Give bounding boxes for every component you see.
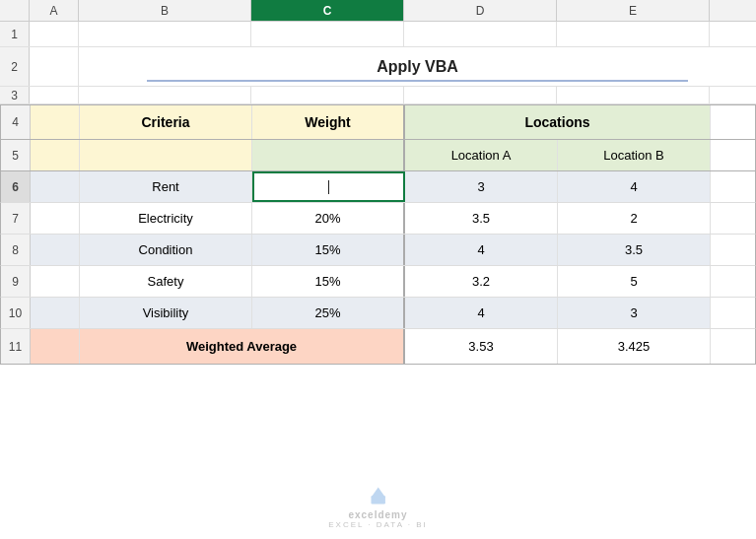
- cell-a7[interactable]: [31, 203, 80, 234]
- cell-b9-safety[interactable]: Safety: [80, 266, 252, 297]
- cell-b8-condition[interactable]: Condition: [80, 235, 252, 265]
- cell-e11-weighted-avg-locb[interactable]: 3.425: [558, 329, 711, 364]
- cell-b6-rent[interactable]: Rent: [80, 171, 252, 202]
- watermark-logo-icon: [366, 484, 389, 507]
- cell-b5[interactable]: [80, 140, 252, 170]
- row-num-7: 7: [1, 203, 31, 234]
- cell-d10-visibility-loca[interactable]: 4: [405, 298, 558, 328]
- column-headers: A B C D E: [0, 0, 756, 22]
- row-8-condition: 8 Condition 15% 4 3.5: [0, 235, 756, 266]
- row-num-11: 11: [1, 329, 31, 364]
- cell-a9[interactable]: [31, 266, 80, 297]
- locations-header: Locations: [405, 105, 711, 139]
- cell-b1[interactable]: [79, 22, 251, 46]
- cell-e3[interactable]: [557, 87, 710, 103]
- cell-d8-condition-loca[interactable]: 4: [405, 235, 558, 265]
- cell-b7-electricity[interactable]: Electricity: [80, 203, 252, 234]
- cell-c1[interactable]: [251, 22, 404, 46]
- row-10-visibility: 10 Visibility 25% 4 3: [0, 298, 756, 329]
- cell-d9-safety-loca[interactable]: 3.2: [405, 266, 558, 297]
- row-2: 2 Apply VBA: [0, 47, 756, 87]
- cell-d1[interactable]: [404, 22, 557, 46]
- row-num-3: 3: [0, 87, 30, 103]
- cell-d7-electricity-loca[interactable]: 3.5: [405, 203, 558, 234]
- corner-cell: [0, 0, 30, 21]
- cell-b11-c11-weighted-avg-label: Weighted Average: [80, 329, 405, 364]
- criteria-header: Criteria: [80, 105, 252, 139]
- row-3: 3: [0, 87, 756, 104]
- cell-a4[interactable]: [31, 105, 80, 139]
- cell-e6-rent-locb[interactable]: 4: [558, 171, 711, 202]
- cell-a8[interactable]: [31, 235, 80, 265]
- grid-body: 1 2 Apply VBA 3 4: [0, 22, 756, 539]
- cell-c7-electricity-weight[interactable]: 20%: [252, 203, 405, 234]
- row-6-rent: 6 Rent 3 4: [0, 171, 756, 203]
- cell-c6-active[interactable]: [252, 171, 405, 202]
- row-num-4: 4: [1, 105, 31, 139]
- cell-c8-condition-weight[interactable]: 15%: [252, 235, 405, 265]
- cell-b3[interactable]: [79, 87, 251, 103]
- cell-e1[interactable]: [557, 22, 710, 46]
- cell-e7-electricity-locb[interactable]: 2: [558, 203, 711, 234]
- row-num-8: 8: [1, 235, 31, 265]
- watermark: exceldemy EXCEL · DATA · BI: [328, 484, 428, 529]
- weight-header: Weight: [252, 105, 405, 139]
- cell-c9-safety-weight[interactable]: 15%: [252, 266, 405, 297]
- row-5-subheaders: 5 Location A Location B: [0, 140, 756, 171]
- row-1: 1: [0, 22, 756, 47]
- row-11-weighted-avg: 11 Weighted Average 3.53 3.425: [0, 329, 756, 365]
- cell-a10[interactable]: [31, 298, 80, 328]
- col-header-c[interactable]: C: [251, 0, 404, 21]
- cell-e9-safety-locb[interactable]: 5: [558, 266, 711, 297]
- cell-d3[interactable]: [404, 87, 557, 103]
- title-cell: Apply VBA: [79, 47, 756, 86]
- cell-e10-visibility-locb[interactable]: 3: [558, 298, 711, 328]
- location-b-header: Location B: [558, 140, 711, 170]
- col-header-a[interactable]: A: [30, 0, 79, 21]
- row-7-electricity: 7 Electricity 20% 3.5 2: [0, 203, 756, 235]
- svg-rect-0: [371, 496, 384, 504]
- cell-c10-visibility-weight[interactable]: 25%: [252, 298, 405, 328]
- row-num-9: 9: [1, 266, 31, 297]
- row-4-headers: 4 Criteria Weight Locations: [0, 104, 756, 140]
- cell-a1[interactable]: [30, 22, 79, 46]
- cell-d11-weighted-avg-loca[interactable]: 3.53: [405, 329, 558, 364]
- cell-a2[interactable]: [30, 47, 79, 86]
- cell-a6[interactable]: [31, 171, 80, 202]
- row-num-5: 5: [1, 140, 31, 170]
- cell-c3[interactable]: [251, 87, 404, 103]
- row-num-10: 10: [1, 298, 31, 328]
- cell-b10-visibility[interactable]: Visibility: [80, 298, 252, 328]
- col-header-e[interactable]: E: [557, 0, 710, 21]
- cell-a3[interactable]: [30, 87, 79, 103]
- row-num-1: 1: [0, 22, 30, 46]
- row-num-2: 2: [0, 47, 30, 86]
- row-9-safety: 9 Safety 15% 3.2 5: [0, 266, 756, 298]
- title-underline: [147, 80, 689, 82]
- spreadsheet: A B C D E 1 2 Apply VBA 3: [0, 0, 756, 539]
- row-num-6: 6: [1, 171, 31, 202]
- cell-c5[interactable]: [252, 140, 405, 170]
- cell-a11[interactable]: [31, 329, 80, 364]
- cell-a5[interactable]: [31, 140, 80, 170]
- cell-d6-rent-loca[interactable]: 3: [405, 171, 558, 202]
- cell-e8-condition-locb[interactable]: 3.5: [558, 235, 711, 265]
- cursor: [328, 180, 329, 194]
- col-header-b[interactable]: B: [79, 0, 251, 21]
- title-text: Apply VBA: [377, 58, 458, 76]
- svg-marker-1: [372, 488, 383, 496]
- col-header-d[interactable]: D: [404, 0, 557, 21]
- location-a-header: Location A: [405, 140, 558, 170]
